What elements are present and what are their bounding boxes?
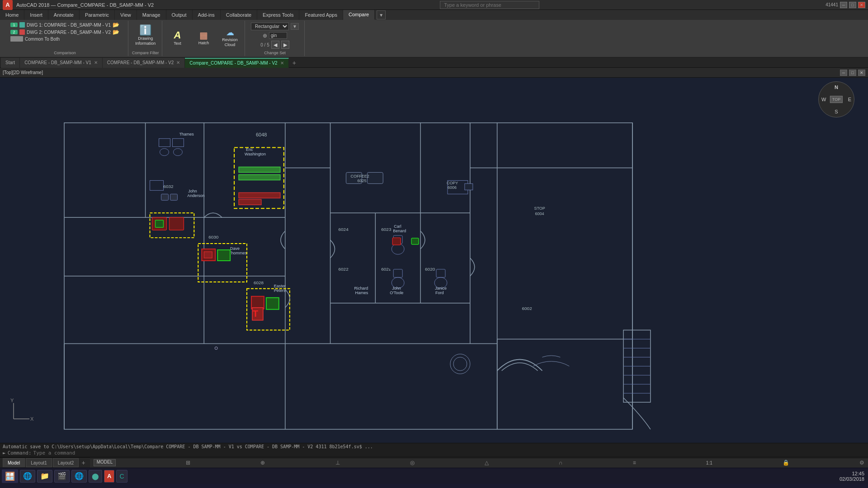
ribbon-group-compare-filter: ℹ️ DrawingInformation Compare Filter [129, 21, 162, 56]
cs-prev-button[interactable]: ◀ [271, 41, 279, 49]
cs-next-button[interactable]: ▶ [281, 41, 289, 49]
compass-widget[interactable]: N S E W TOP [818, 81, 854, 117]
layout-tab-layout1[interactable]: Layout1 [26, 458, 52, 467]
svg-text:T: T [253, 309, 258, 319]
layout-tab-model[interactable]: Model [3, 458, 25, 467]
layout-tab-layout2[interactable]: Layout2 [53, 458, 79, 467]
taskbar-camtasia-icon[interactable]: C [116, 470, 127, 483]
svg-text:STOP: STOP [534, 206, 545, 211]
tab-add-button[interactable]: + [289, 59, 300, 66]
tab-manage[interactable]: Manage [137, 10, 166, 20]
change-set-dropdown-arrow[interactable]: ▼ [291, 23, 299, 30]
change-set-type-select[interactable]: Rectangular Polygonal [251, 23, 289, 30]
taskbar-explorer-icon[interactable]: 📁 [37, 470, 52, 483]
tab-output[interactable]: Output [166, 10, 193, 20]
text-button[interactable]: A Text [166, 25, 189, 51]
svg-rect-34 [367, 172, 383, 183]
file-tab-v2[interactable]: COMPARE - DB_SAMP-MM - V2 ✕ [103, 58, 185, 68]
vp-close-btn[interactable]: ✕ [858, 70, 865, 76]
tab-collaborate[interactable]: Collaborate [221, 10, 257, 20]
tab-bar: Start COMPARE - DB_SAMP-MM - V1 ✕ COMPAR… [0, 58, 868, 68]
revision-cloud-button[interactable]: ☁ RevisionCloud [218, 25, 242, 51]
file-tab-v1[interactable]: COMPARE - DB_SAMP-MM - V1 ✕ [20, 58, 103, 68]
drawing-info-button[interactable]: ℹ️ DrawingInformation [134, 23, 157, 48]
tab-compare-close[interactable]: ✕ [280, 61, 284, 66]
common-row: Common To Both [10, 36, 119, 42]
dwg2-folder-icon[interactable]: 📂 [113, 29, 119, 35]
taskbar-media-icon[interactable]: 🎬 [54, 470, 70, 483]
dwg2-row: 2 DWG 2: COMPARE - DB_SAMP-MM - V2 📂 [10, 29, 119, 35]
svg-text:Carl: Carl [394, 224, 401, 229]
tab-express-tools[interactable]: Express Tools [257, 10, 299, 20]
ribbon-tab-extra[interactable]: ▼ [377, 10, 386, 20]
tab-v1-close[interactable]: ✕ [94, 60, 98, 65]
compass-inner: N S E W TOP [821, 84, 852, 115]
drawing-info-label: DrawingInformation [135, 36, 156, 46]
viewport: [Top][2D Wireframe] ─ □ ✕ [0, 68, 868, 443]
tab-view[interactable]: View [115, 10, 137, 20]
svg-text:6020: 6020 [425, 267, 435, 272]
ribbon-group-tools: A Text ▦ Hatch ☁ RevisionCloud [163, 21, 245, 56]
taskbar-chrome-icon[interactable]: 🌐 [71, 470, 87, 483]
tab-compare[interactable]: Compare [343, 10, 375, 20]
taskbar-greenapp-icon[interactable]: ⬤ [89, 470, 102, 483]
drawing-info-icon: ℹ️ [139, 25, 151, 35]
tab-addins[interactable]: Add-ins [193, 10, 221, 20]
tab-home[interactable]: Home [0, 10, 24, 20]
model-button[interactable]: MODEL [94, 459, 116, 466]
svg-text:6028: 6028 [254, 280, 264, 285]
tab-annotate[interactable]: Annotate [48, 10, 80, 20]
dwg2-label[interactable]: DWG 2: COMPARE - DB_SAMP-MM - V2 [27, 30, 111, 35]
tab-v2-close[interactable]: ✕ [176, 60, 180, 65]
ribbon: Home Insert Annotate Parametric View Man… [0, 10, 868, 58]
revision-cloud-label: RevisionCloud [222, 38, 238, 47]
file-tab-compare[interactable]: Compare_COMPARE - DB_SAMP-MM - V2 ✕ [185, 58, 288, 68]
axis-svg: X Y [9, 396, 36, 423]
tab-insert[interactable]: Insert [24, 10, 48, 20]
dwg1-label[interactable]: DWG 1: COMPARE - DB_SAMP-MM - V1 [27, 23, 111, 28]
vp-minimize-btn[interactable]: ─ [840, 70, 847, 76]
hatch-icon: ▦ [199, 31, 208, 40]
viewport-title: [Top][2D Wireframe] [3, 70, 43, 75]
svg-text:6024: 6024 [339, 227, 349, 232]
change-set-input[interactable] [269, 32, 287, 39]
svg-rect-80 [239, 174, 280, 180]
taskbar-autocad-icon[interactable]: A [104, 470, 114, 483]
layout-status-bar: Model Layout1 Layout2 + MODEL ⊞ ⊕ ⊥ ◎ △ … [0, 457, 868, 468]
svg-text:COFFEE2: COFFEE2 [350, 174, 369, 178]
layout-add-button[interactable]: + [80, 459, 87, 466]
revision-cloud-icon: ☁ [226, 28, 234, 37]
file-tab-start[interactable]: Start [1, 58, 20, 68]
title-search[interactable] [440, 1, 539, 9]
settings-icon[interactable]: ⚙ [859, 460, 864, 466]
close-button[interactable]: ✕ [858, 2, 865, 8]
cs-counter-label: 0 / 5 [260, 42, 269, 47]
dwg1-folder-icon[interactable]: 📂 [113, 22, 119, 28]
svg-text:John: John [188, 189, 197, 193]
dwg2-dot [19, 29, 25, 35]
taskbar-browser-icon[interactable]: 🌐 [20, 470, 35, 483]
statusbar: MODEL ⊞ ⊕ ⊥ ◎ △ ∩ ≡ 1:1 🔒 ⚙ [90, 458, 868, 468]
svg-text:6002: 6002 [522, 306, 533, 311]
svg-text:6006: 6006 [448, 185, 457, 190]
vp-maximize-btn[interactable]: □ [849, 70, 856, 76]
maximize-button[interactable]: □ [849, 2, 856, 8]
svg-text:COPY: COPY [447, 181, 458, 185]
svg-rect-90 [204, 252, 212, 258]
compass-west-label: W [821, 97, 826, 102]
change-set-icon: ⊕ [263, 33, 267, 39]
command-input[interactable] [33, 450, 865, 456]
start-button[interactable]: 🪟 [2, 469, 18, 483]
minimize-button[interactable]: ─ [840, 2, 847, 8]
svg-rect-97 [411, 238, 419, 244]
svg-text:6022: 6022 [339, 267, 349, 272]
change-set-group-label: Change Set [264, 50, 286, 55]
tab-parametric[interactable]: Parametric [80, 10, 115, 20]
cs-nav-row: 0 / 5 ◀ ▶ [260, 41, 289, 49]
hatch-button[interactable]: ▦ Hatch [192, 25, 216, 51]
svg-rect-82 [239, 199, 261, 205]
search-input[interactable] [440, 1, 539, 9]
compass-south-label: S [835, 109, 838, 114]
tab-featured-apps[interactable]: Featured Apps [299, 10, 343, 20]
common-label[interactable]: Common To Both [25, 37, 60, 42]
